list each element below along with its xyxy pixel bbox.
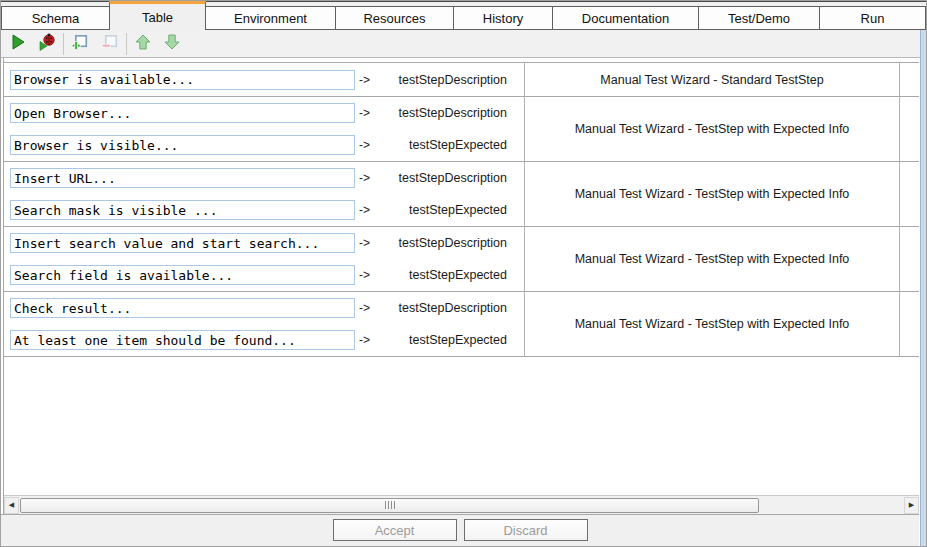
test-step-group: -> testStepDescription -> testStepExpect… bbox=[4, 97, 919, 162]
app-window: Schema Table Environment Resources Histo… bbox=[0, 0, 927, 547]
toolbar bbox=[1, 30, 920, 58]
remove-row-button[interactable] bbox=[100, 34, 120, 54]
tab-schema[interactable]: Schema bbox=[1, 6, 110, 30]
wizard-type-label: Manual Test Wizard - TestStep with Expec… bbox=[525, 292, 900, 356]
test-step-group: -> testStepDescription Manual Test Wizar… bbox=[4, 63, 919, 97]
group-end-column bbox=[900, 162, 919, 226]
test-step-value-input[interactable] bbox=[10, 298, 355, 318]
test-step-value-input[interactable] bbox=[10, 330, 355, 350]
group-end-column bbox=[900, 292, 919, 356]
wizard-type-label: Manual Test Wizard - TestStep with Expec… bbox=[525, 162, 900, 226]
tab-environment[interactable]: Environment bbox=[205, 6, 336, 30]
add-row-button[interactable] bbox=[70, 34, 90, 54]
accept-button-label: Accept bbox=[375, 523, 415, 538]
mapping-arrow: -> bbox=[359, 268, 370, 282]
add-row-icon bbox=[71, 33, 89, 55]
group-left-column: -> testStepDescription -> testStepExpect… bbox=[4, 97, 525, 161]
mapped-field-name: testStepExpected bbox=[370, 333, 524, 347]
tab-documentation[interactable]: Documentation bbox=[552, 6, 699, 30]
mapping-arrow: -> bbox=[359, 73, 370, 87]
test-step-value-input[interactable] bbox=[10, 70, 355, 90]
group-left-column: -> testStepDescription bbox=[4, 63, 525, 96]
thumb-grip bbox=[388, 501, 389, 509]
scroll-left-icon: ◀ bbox=[9, 501, 14, 509]
group-end-column bbox=[900, 97, 919, 161]
test-step-rows: -> testStepDescription Manual Test Wizar… bbox=[4, 62, 919, 357]
thumb-grip bbox=[394, 501, 395, 509]
mapped-field-name: testStepDescription bbox=[370, 236, 524, 250]
tab-label: Environment bbox=[234, 11, 307, 26]
test-step-row: -> testStepDescription bbox=[4, 298, 524, 318]
tab-label: Test/Demo bbox=[728, 11, 790, 26]
mapped-field-name: testStepExpected bbox=[370, 268, 524, 282]
test-step-value-input[interactable] bbox=[10, 233, 355, 253]
tab-label: Table bbox=[142, 10, 173, 25]
test-step-row: -> testStepExpected bbox=[4, 135, 524, 155]
test-step-row: -> testStepDescription bbox=[4, 70, 524, 90]
thumb-grip bbox=[385, 501, 386, 509]
test-step-row: -> testStepDescription bbox=[4, 233, 524, 253]
move-up-button[interactable] bbox=[133, 34, 153, 54]
test-step-value-input[interactable] bbox=[10, 265, 355, 285]
mapping-arrow: -> bbox=[359, 333, 370, 347]
mapping-arrow: -> bbox=[359, 236, 370, 250]
mapping-arrow: -> bbox=[359, 138, 370, 152]
mapped-field-name: testStepExpected bbox=[370, 203, 524, 217]
test-step-row: -> testStepExpected bbox=[4, 265, 524, 285]
test-step-row: -> testStepExpected bbox=[4, 200, 524, 220]
tab-label: Schema bbox=[32, 11, 80, 26]
group-left-column: -> testStepDescription -> testStepExpect… bbox=[4, 227, 525, 291]
mapped-field-name: testStepDescription bbox=[370, 171, 524, 185]
mapped-field-name: testStepDescription bbox=[370, 301, 524, 315]
mapping-arrow: -> bbox=[359, 171, 370, 185]
toolbar-separator bbox=[126, 33, 127, 55]
tab-test-demo[interactable]: Test/Demo bbox=[698, 6, 820, 30]
test-step-row: -> testStepDescription bbox=[4, 168, 524, 188]
discard-button-label: Discard bbox=[503, 523, 547, 538]
test-step-value-input[interactable] bbox=[10, 168, 355, 188]
tab-bar: Schema Table Environment Resources Histo… bbox=[1, 1, 926, 30]
horizontal-scrollbar[interactable]: ◀ ▶ bbox=[4, 495, 919, 514]
discard-button[interactable]: Discard bbox=[464, 519, 588, 541]
group-end-column bbox=[900, 227, 919, 291]
scroll-right-button[interactable]: ▶ bbox=[904, 497, 919, 514]
debug-button[interactable] bbox=[37, 34, 57, 54]
tab-label: History bbox=[483, 11, 523, 26]
scrollbar-thumb[interactable] bbox=[20, 498, 759, 513]
remove-row-icon bbox=[101, 33, 119, 55]
group-left-column: -> testStepDescription -> testStepExpect… bbox=[4, 292, 525, 356]
scroll-right-icon: ▶ bbox=[909, 501, 914, 509]
test-step-value-input[interactable] bbox=[10, 103, 355, 123]
mapped-field-name: testStepExpected bbox=[370, 138, 524, 152]
mapped-field-name: testStepDescription bbox=[370, 106, 524, 120]
test-step-group: -> testStepDescription -> testStepExpect… bbox=[4, 292, 919, 357]
scroll-left-button[interactable]: ◀ bbox=[4, 497, 19, 514]
test-step-group: -> testStepDescription -> testStepExpect… bbox=[4, 162, 919, 227]
test-step-table: -> testStepDescription Manual Test Wizar… bbox=[3, 58, 919, 514]
mapping-arrow: -> bbox=[359, 203, 370, 217]
run-play-icon bbox=[9, 33, 27, 55]
tab-history[interactable]: History bbox=[453, 6, 553, 30]
wizard-type-label: Manual Test Wizard - TestStep with Expec… bbox=[525, 97, 900, 161]
move-down-icon bbox=[163, 33, 181, 55]
test-step-value-input[interactable] bbox=[10, 200, 355, 220]
window-right-border bbox=[920, 1, 926, 546]
test-step-row: -> testStepDescription bbox=[4, 103, 524, 123]
thumb-grip bbox=[391, 501, 392, 509]
group-left-column: -> testStepDescription -> testStepExpect… bbox=[4, 162, 525, 226]
test-step-value-input[interactable] bbox=[10, 135, 355, 155]
mapping-arrow: -> bbox=[359, 301, 370, 315]
run-button[interactable] bbox=[8, 34, 28, 54]
accept-button[interactable]: Accept bbox=[333, 519, 457, 541]
tab-run[interactable]: Run bbox=[819, 6, 926, 30]
test-step-row: -> testStepExpected bbox=[4, 330, 524, 350]
wizard-type-label: Manual Test Wizard - Standard TestStep bbox=[525, 63, 900, 96]
move-down-button[interactable] bbox=[162, 34, 182, 54]
mapped-field-name: testStepDescription bbox=[370, 73, 524, 87]
group-end-column bbox=[900, 63, 919, 96]
tab-table[interactable]: Table bbox=[109, 1, 206, 30]
mapping-arrow: -> bbox=[359, 106, 370, 120]
test-step-group: -> testStepDescription -> testStepExpect… bbox=[4, 227, 919, 292]
toolbar-separator bbox=[63, 33, 64, 55]
tab-resources[interactable]: Resources bbox=[335, 6, 454, 30]
